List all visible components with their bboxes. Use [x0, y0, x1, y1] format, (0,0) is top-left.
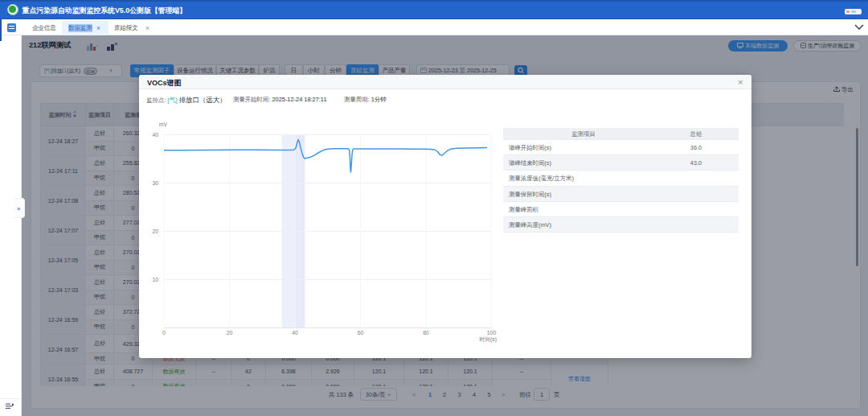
svg-text:时间(s): 时间(s): [479, 336, 497, 343]
svg-text:40: 40: [152, 132, 158, 138]
svg-text:30: 30: [152, 180, 158, 186]
svg-text:mV: mV: [159, 122, 168, 127]
svg-text:60: 60: [358, 330, 364, 336]
svg-text:80: 80: [423, 330, 429, 336]
svg-text:20: 20: [152, 229, 158, 234]
svg-text:0: 0: [162, 330, 166, 336]
svg-text:100: 100: [487, 330, 497, 336]
svg-text:20: 20: [227, 330, 233, 336]
svg-text:40: 40: [292, 330, 298, 336]
svg-text:10: 10: [152, 277, 158, 282]
